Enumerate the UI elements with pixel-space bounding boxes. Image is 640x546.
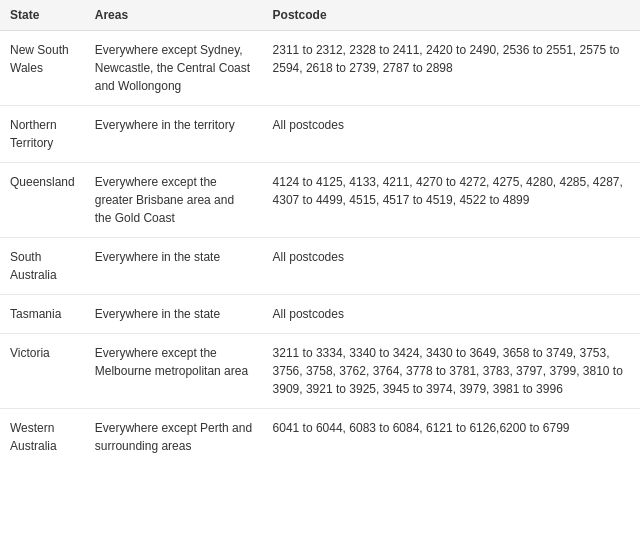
- cell-areas: Everywhere in the state: [85, 295, 263, 334]
- header-areas: Areas: [85, 0, 263, 31]
- cell-postcode: 2311 to 2312, 2328 to 2411, 2420 to 2490…: [263, 31, 640, 106]
- cell-areas: Everywhere in the territory: [85, 106, 263, 163]
- table-row: TasmaniaEverywhere in the stateAll postc…: [0, 295, 640, 334]
- cell-areas: Everywhere except the Melbourne metropol…: [85, 334, 263, 409]
- cell-state: New South Wales: [0, 31, 85, 106]
- table-row: South AustraliaEverywhere in the stateAl…: [0, 238, 640, 295]
- header-state: State: [0, 0, 85, 31]
- cell-state: Western Australia: [0, 409, 85, 466]
- states-table: State Areas Postcode New South WalesEver…: [0, 0, 640, 465]
- cell-postcode: 6041 to 6044, 6083 to 6084, 6121 to 6126…: [263, 409, 640, 466]
- cell-state: Northern Territory: [0, 106, 85, 163]
- table-row: QueenslandEverywhere except the greater …: [0, 163, 640, 238]
- cell-areas: Everywhere except Sydney, Newcastle, the…: [85, 31, 263, 106]
- cell-areas: Everywhere except the greater Brisbane a…: [85, 163, 263, 238]
- header-postcode: Postcode: [263, 0, 640, 31]
- cell-postcode: 4124 to 4125, 4133, 4211, 4270 to 4272, …: [263, 163, 640, 238]
- table-header-row: State Areas Postcode: [0, 0, 640, 31]
- cell-postcode: All postcodes: [263, 106, 640, 163]
- cell-state: Tasmania: [0, 295, 85, 334]
- table-row: New South WalesEverywhere except Sydney,…: [0, 31, 640, 106]
- table-row: Northern TerritoryEverywhere in the terr…: [0, 106, 640, 163]
- cell-areas: Everywhere except Perth and surrounding …: [85, 409, 263, 466]
- table-row: VictoriaEverywhere except the Melbourne …: [0, 334, 640, 409]
- cell-postcode: All postcodes: [263, 295, 640, 334]
- cell-state: Victoria: [0, 334, 85, 409]
- cell-postcode: All postcodes: [263, 238, 640, 295]
- cell-state: South Australia: [0, 238, 85, 295]
- cell-state: Queensland: [0, 163, 85, 238]
- cell-areas: Everywhere in the state: [85, 238, 263, 295]
- cell-postcode: 3211 to 3334, 3340 to 3424, 3430 to 3649…: [263, 334, 640, 409]
- table-row: Western AustraliaEverywhere except Perth…: [0, 409, 640, 466]
